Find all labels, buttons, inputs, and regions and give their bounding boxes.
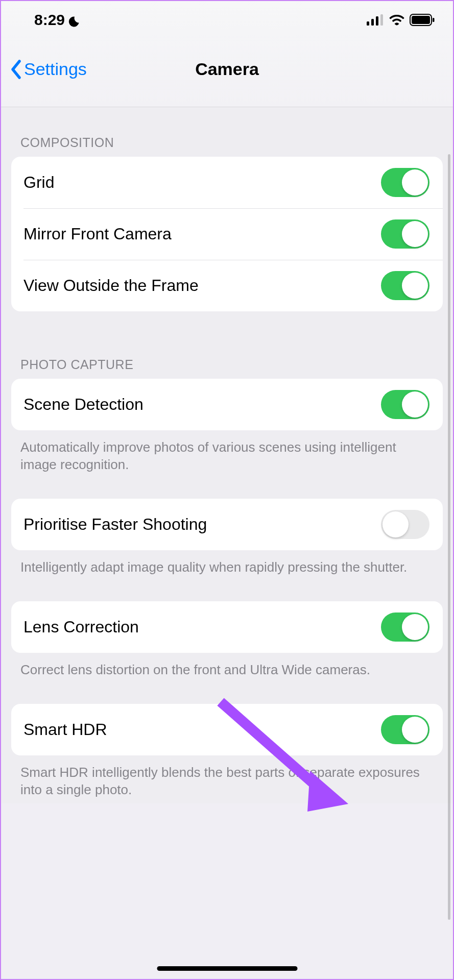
nav-bar: Settings Camera [1,32,453,107]
focus-moon-icon [68,14,80,26]
cell-group-lens-correction: Lens Correction [11,601,443,653]
cell-group-composition: Grid Mirror Front Camera View Outside th… [11,157,443,311]
svg-rect-5 [412,16,430,24]
cell-grid: Grid [11,157,443,208]
svg-rect-2 [376,16,378,26]
toggle-scene-detection[interactable] [381,390,429,419]
cell-group-prioritise: Prioritise Faster Shooting [11,499,443,550]
svg-rect-6 [433,18,435,22]
toggle-lens-correction[interactable] [381,612,429,642]
wifi-icon [389,14,404,26]
cell-label: Mirror Front Camera [23,225,172,243]
cell-label: Smart HDR [23,720,107,739]
section-footer-lens-correction: Correct lens distortion on the front and… [1,653,453,683]
section-header-photo-capture: PHOTO CAPTURE [1,311,453,379]
svg-rect-1 [371,19,374,26]
cell-label: Scene Detection [23,395,144,414]
cell-lens-correction: Lens Correction [11,601,443,653]
cell-smart-hdr: Smart HDR [11,704,443,755]
svg-rect-0 [367,21,369,26]
toggle-smart-hdr[interactable] [381,715,429,744]
cell-prioritise-faster-shooting: Prioritise Faster Shooting [11,499,443,550]
toggle-knob [402,221,428,247]
home-indicator[interactable] [157,966,297,971]
toggle-knob [402,614,428,640]
cell-label: Lens Correction [23,618,139,636]
toggle-mirror-front-camera[interactable] [381,219,429,249]
toggle-grid[interactable] [381,168,429,197]
toggle-view-outside-frame[interactable] [381,271,429,300]
status-time: 8:29 [34,11,65,29]
back-button[interactable]: Settings [10,59,87,79]
battery-icon [410,14,435,26]
cell-label: Grid [23,173,54,192]
toggle-knob [402,391,428,418]
cellular-signal-icon [367,14,384,26]
section-footer-prioritise: Intelligently adapt image quality when r… [1,550,453,581]
section-footer-scene-detection: Automatically improve photos of various … [1,430,453,478]
cell-label: Prioritise Faster Shooting [23,515,207,534]
status-left: 8:29 [34,11,80,29]
back-label: Settings [24,59,87,79]
cell-scene-detection: Scene Detection [11,379,443,430]
cell-mirror-front-camera: Mirror Front Camera [11,208,443,260]
scrollbar[interactable] [448,154,450,920]
status-bar: 8:29 [1,1,453,32]
chevron-back-icon [10,60,21,79]
cell-group-scene-detection: Scene Detection [11,379,443,430]
toggle-knob [383,511,409,537]
content: COMPOSITION Grid Mirror Front Camera Vie… [1,107,453,803]
cell-group-smart-hdr: Smart HDR [11,704,443,755]
section-footer-smart-hdr: Smart HDR intelligently blends the best … [1,755,453,803]
toggle-knob [402,717,428,743]
toggle-prioritise-faster-shooting[interactable] [381,510,429,539]
status-right [367,14,435,26]
toggle-knob [402,273,428,299]
cell-label: View Outside the Frame [23,276,199,295]
section-header-composition: COMPOSITION [1,107,453,157]
cell-view-outside-frame: View Outside the Frame [11,260,443,311]
svg-rect-3 [380,14,383,26]
toggle-knob [402,169,428,195]
